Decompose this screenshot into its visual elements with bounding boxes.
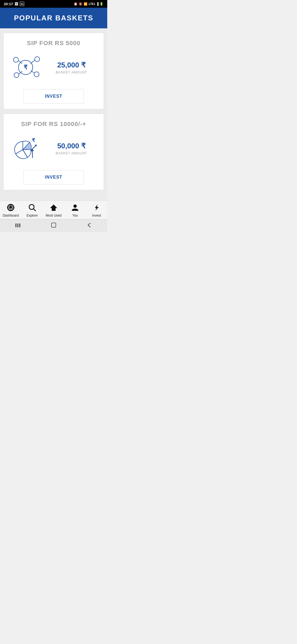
wifi-icon: 📶 bbox=[84, 2, 87, 6]
svg-line-23 bbox=[34, 209, 35, 211]
svg-text:₹: ₹ bbox=[24, 64, 28, 71]
basket-body-2: ₹ 50,000 ₹ BASKET AMOUNT bbox=[9, 133, 98, 163]
svg-point-2 bbox=[13, 57, 18, 62]
nav-label-explore: Explore bbox=[27, 214, 38, 217]
lte-label: LTE1 bbox=[89, 2, 95, 6]
android-home-btn[interactable] bbox=[48, 222, 59, 230]
basket-body-1: ₹ 25,000 ₹ BASKET AMOUNT bbox=[9, 52, 98, 83]
basket-card-2: SIP FOR RS 10000/-+ ₹ bbox=[3, 114, 104, 190]
page-title: POPULAR BASKETS bbox=[14, 14, 94, 22]
basket-amount-section-1: 25,000 ₹ BASKET AMOUNT bbox=[45, 61, 98, 74]
svg-point-25 bbox=[73, 204, 77, 208]
person-icon bbox=[71, 204, 79, 212]
photo-icon: 🖼 bbox=[15, 2, 18, 6]
basket-title-2: SIP FOR RS 10000/-+ bbox=[9, 121, 98, 128]
basket-amount-section-2: 50,000 ₹ BASKET AMOUNT bbox=[45, 142, 98, 155]
svg-point-4 bbox=[14, 73, 19, 78]
svg-point-21 bbox=[12, 208, 13, 209]
svg-point-18 bbox=[12, 206, 13, 207]
pie-rupee-icon: ₹ bbox=[10, 133, 43, 163]
android-menu-btn[interactable] bbox=[12, 222, 23, 230]
signal-icon: ▐ bbox=[96, 2, 98, 6]
svg-line-7 bbox=[31, 60, 35, 64]
svg-point-19 bbox=[9, 208, 10, 209]
basket-title-1: SIP FOR RS 5000 bbox=[9, 40, 98, 47]
nav-label-dashboard: Dashboard bbox=[3, 214, 19, 217]
network-rupee-icon: ₹ bbox=[10, 54, 43, 81]
status-right: ⏰ 🔇 📶 LTE1 ▐ 🔋 bbox=[74, 2, 103, 6]
basket-amount-1: 25,000 ₹ bbox=[45, 61, 98, 69]
svg-point-17 bbox=[9, 206, 10, 207]
svg-marker-26 bbox=[95, 204, 99, 211]
battery-icon: 🔋 bbox=[100, 2, 103, 6]
basket-amount-label-1: BASKET AMOUNT bbox=[45, 70, 98, 74]
android-back-btn[interactable] bbox=[84, 222, 95, 230]
svg-point-3 bbox=[35, 57, 40, 62]
invest-button-2[interactable]: INVEST bbox=[23, 170, 84, 184]
nav-item-you[interactable]: You bbox=[67, 204, 83, 217]
linkedin-icon: in bbox=[20, 2, 24, 6]
svg-rect-28 bbox=[17, 223, 18, 227]
bottom-nav: Dashboard Explore Most Used You bbox=[0, 201, 107, 219]
nav-label-most-used: Most Used bbox=[46, 214, 61, 217]
mute-icon: 🔇 bbox=[79, 2, 82, 6]
dashboard-icon bbox=[7, 204, 15, 212]
bolt-icon bbox=[93, 204, 100, 212]
time-display: 20:17 bbox=[4, 2, 13, 6]
nav-item-explore[interactable]: Explore bbox=[24, 204, 40, 217]
main-content: SIP FOR RS 5000 ₹ bbox=[0, 28, 107, 201]
page-header: POPULAR BASKETS bbox=[0, 8, 107, 28]
svg-rect-29 bbox=[19, 223, 20, 227]
alarm-icon: ⏰ bbox=[74, 2, 78, 6]
svg-rect-30 bbox=[51, 223, 56, 227]
nav-item-dashboard[interactable]: Dashboard bbox=[2, 204, 19, 217]
android-nav-bar bbox=[0, 219, 107, 232]
basket-icon-1: ₹ bbox=[9, 52, 45, 83]
svg-rect-27 bbox=[15, 223, 16, 227]
svg-point-20 bbox=[10, 209, 12, 210]
basket-icon-2: ₹ bbox=[9, 133, 45, 163]
nav-label-you: You bbox=[72, 214, 78, 217]
basket-amount-2: 50,000 ₹ bbox=[45, 142, 98, 150]
nav-label-invest: Invest bbox=[92, 214, 101, 217]
nav-item-most-used[interactable]: Most Used bbox=[45, 204, 62, 217]
svg-point-5 bbox=[34, 72, 39, 77]
svg-text:₹: ₹ bbox=[32, 138, 35, 143]
invest-button-1[interactable]: INVEST bbox=[23, 89, 84, 103]
explore-icon bbox=[28, 204, 36, 212]
basket-card-1: SIP FOR RS 5000 ₹ bbox=[3, 33, 104, 109]
home-icon bbox=[50, 204, 57, 212]
status-left: 20:17 🖼 in bbox=[4, 2, 24, 6]
svg-marker-24 bbox=[50, 204, 57, 211]
status-bar: 20:17 🖼 in ⏰ 🔇 📶 LTE1 ▐ 🔋 bbox=[0, 0, 107, 8]
nav-item-invest[interactable]: Invest bbox=[88, 204, 105, 217]
basket-amount-label-2: BASKET AMOUNT bbox=[45, 151, 98, 155]
